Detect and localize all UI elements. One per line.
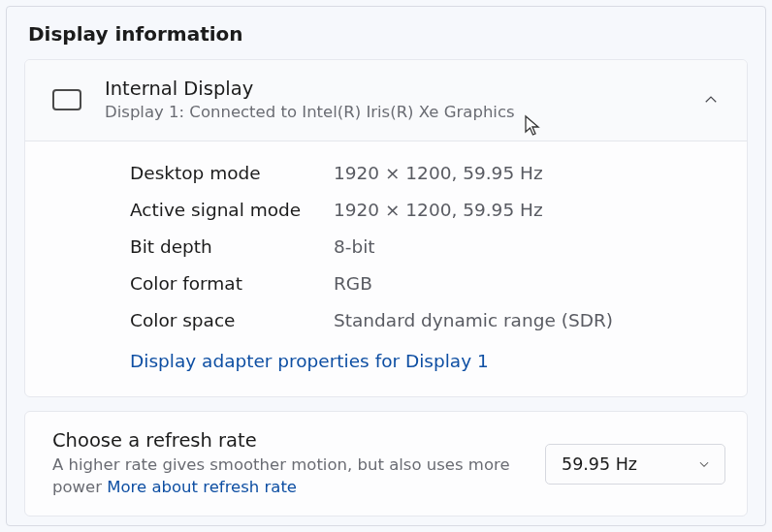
- detail-label: Active signal mode: [130, 199, 334, 222]
- display-detail-list: Desktop mode 1920 × 1200, 59.95 Hz Activ…: [25, 141, 747, 396]
- detail-label: Color space: [130, 309, 334, 332]
- expander-title: Internal Display: [105, 78, 696, 101]
- detail-row: Desktop mode 1920 × 1200, 59.95 Hz: [130, 155, 720, 192]
- refresh-rate-card: Choose a refresh rate A higher rate give…: [24, 411, 748, 516]
- display-adapter-properties-link[interactable]: Display adapter properties for Display 1: [130, 339, 720, 389]
- refresh-text: Choose a refresh rate A higher rate give…: [52, 429, 545, 498]
- detail-row: Active signal mode 1920 × 1200, 59.95 Hz: [130, 192, 720, 229]
- detail-row: Bit depth 8-bit: [130, 229, 720, 266]
- detail-value: Standard dynamic range (SDR): [334, 309, 613, 332]
- section-title: Display information: [28, 22, 748, 46]
- detail-value: 1920 × 1200, 59.95 Hz: [334, 199, 543, 222]
- refresh-rate-selected: 59.95 Hz: [562, 454, 637, 474]
- detail-value: 8-bit: [334, 235, 375, 259]
- internal-display-expander[interactable]: Internal Display Display 1: Connected to…: [25, 60, 747, 141]
- expander-text: Internal Display Display 1: Connected to…: [105, 78, 696, 123]
- refresh-rate-dropdown[interactable]: 59.95 Hz: [545, 444, 725, 485]
- detail-label: Color format: [130, 272, 334, 296]
- refresh-title: Choose a refresh rate: [52, 429, 528, 453]
- detail-value: RGB: [334, 272, 372, 296]
- detail-label: Desktop mode: [130, 162, 334, 185]
- display-information-panel: Display information Internal Display Dis…: [6, 6, 766, 526]
- detail-label: Bit depth: [130, 235, 334, 259]
- expander-subtitle: Display 1: Connected to Intel(R) Iris(R)…: [105, 102, 696, 122]
- detail-row: Color space Standard dynamic range (SDR): [130, 302, 720, 339]
- refresh-subtitle: A higher rate gives smoother motion, but…: [52, 454, 528, 498]
- detail-value: 1920 × 1200, 59.95 Hz: [334, 162, 543, 185]
- chevron-down-icon: [697, 457, 711, 471]
- internal-display-card: Internal Display Display 1: Connected to…: [24, 59, 748, 397]
- more-about-refresh-rate-link[interactable]: More about refresh rate: [107, 478, 297, 496]
- detail-row: Color format RGB: [130, 266, 720, 302]
- refresh-rate-row: Choose a refresh rate A higher rate give…: [25, 412, 747, 516]
- chevron-up-icon: [696, 91, 725, 109]
- monitor-icon: [52, 89, 81, 110]
